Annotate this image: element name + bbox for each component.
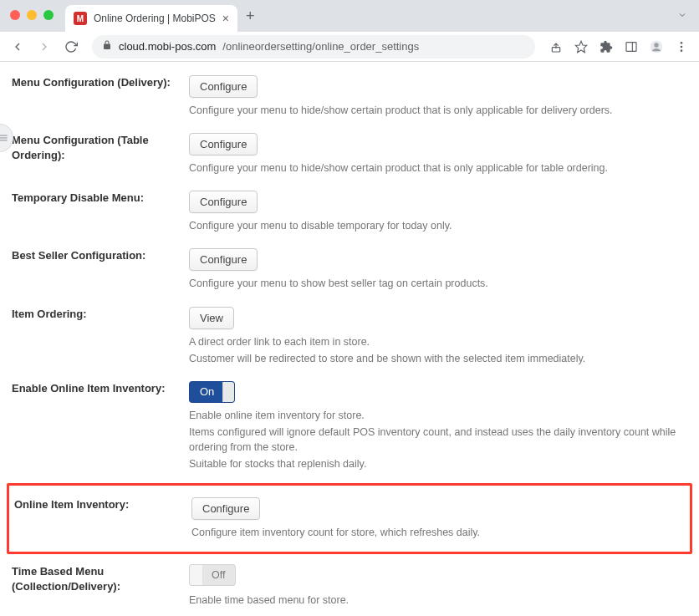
toggle-off-label: Off	[203, 569, 235, 581]
desc-menu-delivery: Configure your menu to hide/show certain…	[189, 103, 692, 118]
settings-content: Menu Configuration (Delivery): Configure…	[0, 62, 699, 616]
svg-marker-1	[575, 41, 586, 52]
panel-icon[interactable]	[620, 36, 642, 58]
browser-tab[interactable]: M Online Ordering | MobiPOS ×	[65, 5, 237, 32]
configure-button-online-inventory[interactable]: Configure	[191, 497, 260, 520]
address-bar[interactable]: cloud.mobi-pos.com/onlineordersetting/on…	[92, 35, 535, 59]
label-online-inventory: Online Item Inventory:	[9, 497, 191, 512]
svg-point-8	[681, 49, 683, 52]
share-icon[interactable]	[545, 36, 567, 58]
desc-tbm-cd: Enable time based menu for store.	[189, 593, 692, 608]
svg-rect-2	[626, 42, 636, 51]
toggle-on-label: On	[190, 385, 222, 398]
lock-icon	[102, 40, 112, 53]
svg-point-5	[654, 43, 658, 47]
desc-enable-inventory-1: Enable online item inventory for store.	[189, 408, 692, 423]
row-online-inventory: Online Item Inventory: Configure Configu…	[7, 483, 692, 554]
row-enable-inventory: Enable Online Item Inventory: On Enable …	[7, 374, 692, 481]
label-menu-delivery: Menu Configuration (Delivery):	[7, 75, 189, 90]
row-tbm-cd: Time Based Menu (Collection/Delivery): O…	[7, 557, 692, 616]
svg-point-7	[681, 45, 683, 48]
bookmark-icon[interactable]	[570, 36, 592, 58]
label-temp-disable: Temporary Disable Menu:	[7, 191, 189, 206]
configure-button-temp-disable[interactable]: Configure	[189, 191, 258, 213]
label-best-seller: Best Seller Configuration:	[7, 248, 189, 263]
desc-enable-inventory-2: Items configured will ignore default POS…	[189, 425, 692, 455]
window-controls	[10, 10, 54, 20]
desc-online-inventory: Configure item inventory count for store…	[191, 525, 690, 540]
maximize-window-icon[interactable]	[43, 10, 54, 20]
back-button[interactable]	[7, 36, 28, 58]
tab-title: Online Ordering | MobiPOS	[94, 13, 216, 24]
configure-button-best-seller[interactable]: Configure	[189, 248, 258, 271]
svg-point-6	[681, 42, 683, 44]
menu-icon[interactable]	[671, 36, 692, 58]
desc-item-ordering-1: A direct order link to each item in stor…	[189, 334, 692, 349]
url-domain: cloud.mobi-pos.com	[119, 40, 216, 53]
browser-tab-bar: M Online Ordering | MobiPOS × +	[0, 0, 699, 32]
favicon-icon: M	[74, 12, 87, 25]
forward-button[interactable]	[33, 36, 55, 58]
extensions-icon[interactable]	[595, 36, 617, 58]
label-menu-table: Menu Configuration (Table Ordering):	[7, 133, 189, 162]
reload-button[interactable]	[60, 36, 82, 58]
minimize-window-icon[interactable]	[27, 10, 37, 20]
new-tab-button[interactable]: +	[237, 8, 263, 25]
desc-enable-inventory-3: Suitable for stocks that replenish daily…	[189, 456, 692, 471]
browser-toolbar: cloud.mobi-pos.com/onlineordersetting/on…	[0, 32, 699, 62]
toggle-tbm-cd[interactable]: Off	[189, 564, 236, 586]
desc-menu-table: Configure your menu to hide/show certain…	[189, 160, 692, 176]
profile-icon[interactable]	[645, 36, 667, 58]
configure-button-menu-table[interactable]: Configure	[189, 133, 258, 155]
view-button-item-ordering[interactable]: View	[189, 307, 234, 329]
desc-best-seller: Configure your menu to show best seller …	[189, 276, 692, 291]
close-window-icon[interactable]	[10, 10, 20, 20]
desc-temp-disable: Configure your menu to disable temporary…	[189, 218, 692, 233]
row-item-ordering: Item Ordering: View A direct order link …	[7, 300, 692, 374]
row-menu-table: Menu Configuration (Table Ordering): Con…	[7, 126, 692, 184]
toggle-enable-inventory[interactable]: On	[189, 381, 235, 403]
row-best-seller: Best Seller Configuration: Configure Con…	[7, 242, 692, 299]
configure-button-menu-delivery[interactable]: Configure	[189, 75, 258, 98]
chevron-down-icon[interactable]	[677, 10, 687, 23]
row-temp-disable: Temporary Disable Menu: Configure Config…	[7, 184, 692, 242]
tab-close-icon[interactable]: ×	[222, 12, 229, 25]
desc-item-ordering-2: Customer will be redirected to store and…	[189, 351, 692, 366]
url-path: /onlineordersetting/online_order_setting…	[222, 40, 419, 53]
label-tbm-cd: Time Based Menu (Collection/Delivery):	[7, 564, 189, 593]
toggle-knob	[222, 382, 234, 402]
row-menu-delivery: Menu Configuration (Delivery): Configure…	[7, 69, 692, 126]
label-enable-inventory: Enable Online Item Inventory:	[7, 381, 189, 396]
label-item-ordering: Item Ordering:	[7, 307, 189, 322]
toggle-knob	[190, 565, 203, 585]
